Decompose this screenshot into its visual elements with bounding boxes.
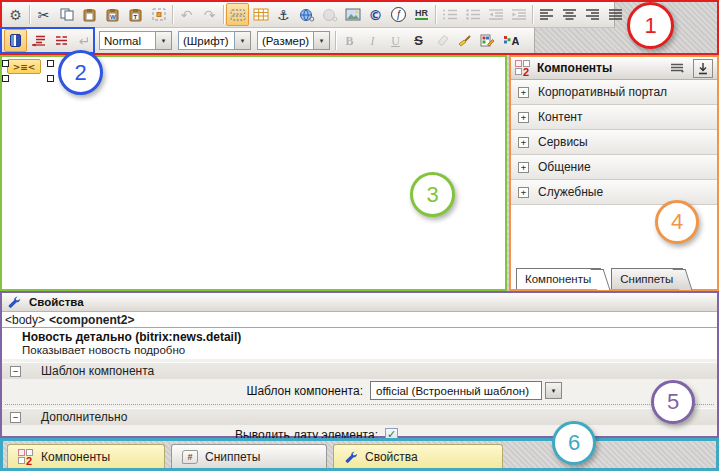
bitrix-visual-editor: ⚙ ✂ W T ↶ ↷ ⚓ © ƒ HR xyxy=(0,0,719,471)
php-code-button[interactable] xyxy=(27,29,50,52)
paragraph-style-select[interactable]: Normal ▾ xyxy=(99,31,172,50)
tree-item-communication[interactable]: + Общение xyxy=(511,155,717,180)
insert-flash-button[interactable]: ƒ xyxy=(387,3,410,26)
scissors-icon: ✂ xyxy=(38,8,50,22)
toolbar-row-1: ⚙ ✂ W T ↶ ↷ ⚓ © ƒ HR xyxy=(2,2,615,28)
template-select[interactable]: official (Встроенный шаблон) ▾ xyxy=(370,381,562,400)
selection-handle[interactable] xyxy=(2,60,9,67)
collapse-icon[interactable]: − xyxy=(10,366,21,377)
bullet-list-button[interactable] xyxy=(461,3,484,26)
toolbar-separator xyxy=(532,5,533,24)
align-center-button[interactable] xyxy=(558,3,581,26)
selection-handle[interactable] xyxy=(47,75,54,82)
outdent-icon xyxy=(488,8,504,21)
paste-button[interactable] xyxy=(78,3,101,26)
wrench-icon xyxy=(7,295,21,309)
eraser-icon xyxy=(434,35,449,46)
tree-item-corporate-portal[interactable]: + Корпоративный портал xyxy=(511,80,717,105)
insert-component-button[interactable] xyxy=(4,29,27,52)
component-marker[interactable]: >≡< xyxy=(7,59,41,74)
collapse-icon[interactable]: − xyxy=(10,412,21,423)
bold-button[interactable]: B xyxy=(338,29,361,52)
copy-icon xyxy=(60,8,74,21)
tab-components[interactable]: Компоненты xyxy=(516,268,601,289)
font-color-button[interactable]: A xyxy=(499,29,522,52)
align-right-icon xyxy=(585,8,600,21)
chevron-down-icon[interactable]: ▾ xyxy=(314,31,330,50)
breadcrumb-component-tag[interactable]: <component2> xyxy=(49,313,134,327)
strikethrough-icon: S xyxy=(414,33,423,48)
clean-format-button[interactable] xyxy=(453,29,476,52)
insert-table-button[interactable] xyxy=(249,3,272,26)
design-colors-button[interactable] xyxy=(476,29,499,52)
bottom-tab-snippets[interactable]: # Сниппеты xyxy=(171,444,327,468)
tree-item-content[interactable]: + Контент xyxy=(511,105,717,130)
paste-from-word-button[interactable]: W xyxy=(101,3,124,26)
chevron-down-icon[interactable]: ▾ xyxy=(156,31,172,50)
view-mode-button[interactable] xyxy=(669,59,687,78)
insert-image-button[interactable] xyxy=(341,3,364,26)
selection-handle[interactable] xyxy=(2,75,9,82)
justify-button[interactable] xyxy=(604,3,627,26)
tree-item-services[interactable]: + Сервисы xyxy=(511,130,717,155)
svg-text:T: T xyxy=(134,14,138,20)
split-text-button[interactable] xyxy=(50,29,73,52)
breadcrumb-body-tag[interactable]: <body> xyxy=(5,313,45,327)
align-left-icon xyxy=(539,8,554,21)
tab-snippets[interactable]: Сниппеты xyxy=(611,268,683,289)
expand-icon[interactable]: + xyxy=(518,187,529,198)
decrease-indent-button[interactable] xyxy=(484,3,507,26)
copy-button[interactable] xyxy=(55,3,78,26)
align-left-button[interactable] xyxy=(535,3,558,26)
section-template[interactable]: − Шаблон компонента xyxy=(2,362,717,379)
copyright-button[interactable]: © xyxy=(364,3,387,26)
callout-5: 5 xyxy=(651,380,695,424)
expand-icon[interactable]: + xyxy=(518,87,529,98)
toolbar-separator xyxy=(223,5,224,24)
align-center-icon xyxy=(562,8,577,21)
chevron-down-icon[interactable]: ▾ xyxy=(235,31,251,50)
horizontal-rule-button[interactable]: HR xyxy=(410,3,433,26)
underline-button[interactable]: U xyxy=(384,29,407,52)
properties-panel-title: Свойства xyxy=(29,296,84,308)
selection-handle[interactable] xyxy=(47,60,54,67)
line-break-button[interactable]: ↵ xyxy=(73,29,96,52)
font-select[interactable]: (Шрифт) ▾ xyxy=(178,31,251,50)
chevron-down-icon[interactable]: ▾ xyxy=(545,382,562,399)
expand-icon[interactable]: + xyxy=(518,162,529,173)
bottom-tab-properties[interactable]: Свойства xyxy=(333,444,503,468)
svg-text:A: A xyxy=(511,35,519,47)
bottom-tab-components[interactable]: 2 Компоненты xyxy=(7,444,165,468)
paste-icon xyxy=(83,8,96,22)
template-label: Шаблон компонента: xyxy=(246,384,363,398)
italic-icon: I xyxy=(371,35,375,47)
align-right-button[interactable] xyxy=(581,3,604,26)
expand-icon[interactable]: + xyxy=(518,112,529,123)
image-icon xyxy=(345,8,361,21)
font-size-select[interactable]: (Размер) ▾ xyxy=(257,31,330,50)
paste-from-text-button[interactable]: T xyxy=(124,3,147,26)
components-panel-tabs: Компоненты Сниппеты xyxy=(516,268,693,289)
strikethrough-button[interactable]: S xyxy=(407,29,430,52)
anchor-button[interactable]: ⚓ xyxy=(272,3,295,26)
bottom-tab-bar: 2 Компоненты # Сниппеты Свойства xyxy=(0,438,719,471)
section-extra[interactable]: − Дополнительно xyxy=(2,408,717,425)
show-borders-button[interactable] xyxy=(226,3,249,26)
select-all-button[interactable] xyxy=(147,3,170,26)
expand-icon[interactable]: + xyxy=(518,137,529,148)
component-block-icon xyxy=(10,34,21,47)
undo-button[interactable]: ↶ xyxy=(175,3,198,26)
remove-link-button[interactable] xyxy=(318,3,341,26)
eraser-button[interactable] xyxy=(430,29,453,52)
breadcrumb: <body> <component2> xyxy=(2,312,717,328)
redo-button[interactable]: ↷ xyxy=(198,3,221,26)
italic-button[interactable]: I xyxy=(361,29,384,52)
broom-icon xyxy=(457,34,472,47)
insert-link-button[interactable] xyxy=(295,3,318,26)
increase-indent-button[interactable] xyxy=(507,3,530,26)
globe-link-icon xyxy=(299,8,315,22)
numbered-list-button[interactable] xyxy=(438,3,461,26)
dock-panel-button[interactable] xyxy=(693,59,713,78)
cut-button[interactable]: ✂ xyxy=(32,3,55,26)
settings-button[interactable]: ⚙ xyxy=(4,3,27,26)
